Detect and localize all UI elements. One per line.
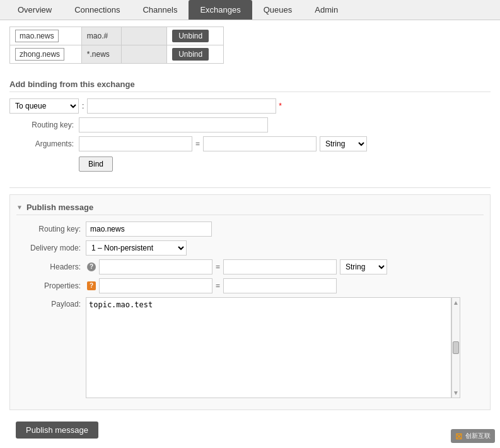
arguments-key-input[interactable] xyxy=(79,136,192,151)
delivery-mode-select[interactable]: 1 – Non-persistent 2 – Persistent xyxy=(86,240,187,256)
tab-connections[interactable]: Connections xyxy=(63,0,131,20)
publish-routing-key-row: Routing key: xyxy=(16,221,484,237)
tab-admin[interactable]: Admin xyxy=(303,0,349,20)
binding-row-2: zhong.news *.news Unbind xyxy=(10,45,224,64)
routing-key-input[interactable] xyxy=(79,117,268,133)
unbind-button-1[interactable]: Unbind xyxy=(172,30,209,42)
publish-routing-key-label: Routing key: xyxy=(16,225,86,233)
watermark-icon: ⊠ xyxy=(455,431,463,441)
tab-queues[interactable]: Queues xyxy=(252,0,304,20)
delivery-mode-row: Delivery mode: 1 – Non-persistent 2 – Pe… xyxy=(16,240,484,256)
routing-key-label: Routing key: xyxy=(9,121,79,129)
headers-equals: = xyxy=(216,262,220,271)
add-binding-header: Add binding from this exchange xyxy=(9,80,491,92)
scroll-up-arrow[interactable]: ▲ xyxy=(453,299,459,306)
watermark: ⊠ 创新互联 xyxy=(451,429,495,443)
queue-cell-1: mao.news xyxy=(10,27,82,45)
arguments-value-input[interactable] xyxy=(203,136,317,151)
properties-equals: = xyxy=(216,281,220,290)
queue-name-1: mao.news xyxy=(15,30,59,42)
properties-key-input[interactable] xyxy=(99,278,212,293)
bind-button-row: Bind xyxy=(9,156,491,172)
unbind-button-2[interactable]: Unbind xyxy=(172,48,209,61)
bindings-table: mao.news mao.# Unbind zhong.news *.news … xyxy=(9,27,224,64)
headers-help-icon[interactable]: ? xyxy=(87,262,96,271)
properties-label: Properties: xyxy=(16,281,86,290)
tab-exchanges[interactable]: Exchanges xyxy=(189,0,252,20)
publish-section: ▼ Publish message Routing key: Delivery … xyxy=(9,194,491,410)
arguments-row: Arguments: = String Number Boolean xyxy=(9,136,491,151)
main-content: mao.news mao.# Unbind zhong.news *.news … xyxy=(0,20,500,448)
queue-name-2: zhong.news xyxy=(15,48,64,61)
add-binding-section: Add binding from this exchange To queue … xyxy=(9,73,491,178)
args-cell-2 xyxy=(122,45,167,64)
payload-row: Payload: topic.mao.test ▲ ▼ xyxy=(16,297,484,398)
payload-label: Payload: xyxy=(16,297,86,309)
routing-cell-1: mao.# xyxy=(81,27,122,45)
headers-row: Headers: ? = String Number Boolean xyxy=(16,259,484,274)
nav-tabs: Overview Connections Channels Exchanges … xyxy=(0,0,500,20)
unbind-cell-2: Unbind xyxy=(167,45,224,64)
watermark-text: 创新互联 xyxy=(465,432,491,440)
publish-routing-key-input[interactable] xyxy=(86,221,212,237)
section-divider xyxy=(9,187,491,188)
scroll-down-arrow[interactable]: ▼ xyxy=(453,389,459,396)
headers-type-select[interactable]: String Number Boolean xyxy=(340,259,387,274)
tab-channels[interactable]: Channels xyxy=(131,0,189,20)
headers-value-input[interactable] xyxy=(223,259,337,274)
scroll-thumb[interactable] xyxy=(453,341,459,354)
routing-key-row: Routing key: xyxy=(9,117,491,133)
payload-scrollbar[interactable]: ▲ ▼ xyxy=(451,297,460,398)
properties-value-input[interactable] xyxy=(223,278,337,293)
to-queue-select[interactable]: To queue To exchange xyxy=(9,98,79,114)
required-marker: * xyxy=(279,102,282,110)
publish-section-title: Publish message xyxy=(26,203,93,212)
arguments-label: Arguments: xyxy=(9,139,79,148)
unbind-cell-1: Unbind xyxy=(167,27,224,45)
tab-overview[interactable]: Overview xyxy=(6,0,63,20)
publish-section-header: ▼ Publish message xyxy=(16,203,484,215)
arguments-type-select[interactable]: String Number Boolean xyxy=(320,136,367,151)
args-cell-1 xyxy=(122,27,167,45)
delivery-mode-label: Delivery mode: xyxy=(16,244,86,252)
routing-cell-2: *.news xyxy=(81,45,122,64)
queue-cell-2: zhong.news xyxy=(10,45,82,64)
to-queue-input[interactable] xyxy=(87,98,276,114)
to-queue-row: To queue To exchange : * xyxy=(9,98,491,114)
headers-label: Headers: xyxy=(16,262,86,271)
bind-button[interactable]: Bind xyxy=(79,156,113,172)
binding-row-1: mao.news mao.# Unbind xyxy=(10,27,224,45)
publish-toggle-arrow[interactable]: ▼ xyxy=(16,204,23,211)
to-queue-colon: : xyxy=(82,102,84,110)
publish-message-button[interactable]: Publish message xyxy=(16,421,98,439)
arguments-equals: = xyxy=(195,139,200,148)
properties-help-icon[interactable]: ? xyxy=(87,281,96,290)
add-binding-title: Add binding from this exchange xyxy=(9,80,135,89)
headers-key-input[interactable] xyxy=(99,259,212,274)
payload-textarea[interactable]: topic.mao.test xyxy=(86,297,451,398)
properties-row: Properties: ? = xyxy=(16,278,484,293)
